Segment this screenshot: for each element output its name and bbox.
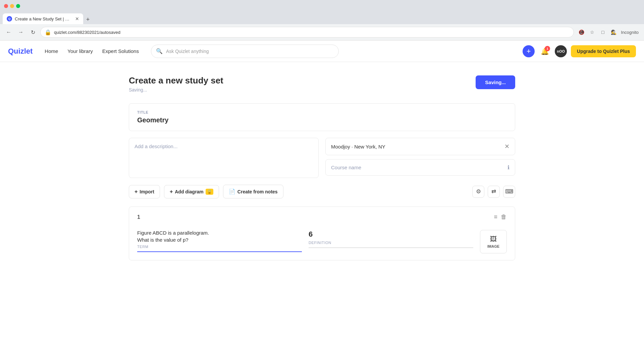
- import-button[interactable]: + Import: [129, 185, 160, 198]
- header-actions: + 🔔 1 nOO Upgrade to Quizlet Plus: [523, 45, 636, 57]
- keyboard-icon: ⌨: [505, 188, 514, 195]
- address-bar[interactable]: 🔒 quizlet.com/882302021/autosaved: [40, 27, 574, 38]
- incognito-label: Incognito: [620, 27, 640, 37]
- window-maximize-btn[interactable]: [16, 4, 20, 8]
- delete-card-icon[interactable]: 🗑: [501, 214, 507, 221]
- search-bar[interactable]: 🔍 Ask Quizlet anything: [151, 45, 339, 58]
- keyboard-icon-btn[interactable]: ⌨: [503, 186, 515, 198]
- page-title-section: Create a new study set Saving...: [129, 75, 223, 93]
- nav-home[interactable]: Home: [41, 46, 62, 57]
- import-icon: +: [135, 189, 138, 195]
- card-header: 1 ≡ 🗑: [137, 214, 507, 225]
- right-fields: Moodjoy · New York, NY ✕ Course name ℹ: [325, 138, 515, 178]
- description-placeholder: Add a description...: [135, 143, 177, 149]
- add-diagram-button[interactable]: + Add diagram 🔒: [164, 185, 219, 198]
- school-field[interactable]: Moodjoy · New York, NY ✕: [325, 138, 515, 155]
- tab-favicon: Q: [7, 16, 12, 21]
- upgrade-button[interactable]: Upgrade to Quizlet Plus: [571, 45, 636, 57]
- school-clear-btn[interactable]: ✕: [504, 143, 509, 150]
- card-number: 1: [137, 214, 140, 220]
- swap-icon-btn[interactable]: ⇄: [488, 186, 500, 198]
- tab-close-btn[interactable]: ✕: [75, 16, 79, 21]
- forward-btn[interactable]: →: [16, 27, 25, 37]
- window-controls: [4, 4, 20, 8]
- import-label: Import: [140, 189, 154, 194]
- add-diagram-label: Add diagram: [175, 189, 204, 194]
- browser-chrome: Q Create a New Study Set | Quizl... ✕ + …: [0, 0, 644, 41]
- description-field[interactable]: Add a description...: [129, 138, 319, 178]
- create-from-notes-button[interactable]: 📄 Create from notes: [223, 185, 283, 198]
- refresh-btn[interactable]: ↻: [28, 27, 38, 37]
- page-title: Create a new study set: [129, 75, 223, 86]
- url-text: quizlet.com/882302021/autosaved: [54, 30, 570, 35]
- quizlet-logo[interactable]: Quizlet: [8, 47, 33, 56]
- study-card-1: 1 ≡ 🗑 Figure ABCD is a parallelogram. Wh…: [129, 206, 515, 260]
- search-placeholder: Ask Quizlet anything: [166, 49, 334, 54]
- main-content: Create a new study set Saving... Saving.…: [121, 62, 523, 274]
- tab-bar: Q Create a New Study Set | Quizl... ✕ +: [0, 12, 644, 24]
- title-field[interactable]: Title Geometry: [129, 103, 515, 131]
- tab-title: Create a New Study Set | Quizl...: [15, 16, 72, 21]
- search-icon: 🔍: [156, 48, 163, 54]
- term-label: TERM: [137, 245, 302, 249]
- definition-label: DEFINITION: [309, 241, 473, 245]
- device-btn[interactable]: □: [598, 27, 607, 37]
- diagram-icon: +: [170, 189, 173, 195]
- browser-toolbar-icons: 📵 ☆ □ 🕵 Incognito: [577, 27, 640, 37]
- image-label: IMAGE: [487, 244, 499, 248]
- nav-expert-solutions[interactable]: Expert Solutions: [98, 46, 143, 57]
- card-toolbar: + Import + Add diagram 🔒 📄 Create from n…: [129, 185, 515, 198]
- new-tab-btn[interactable]: +: [83, 15, 93, 24]
- card-body: Figure ABCD is a parallelogram. What is …: [137, 230, 507, 253]
- address-lock-icon: 🔒: [45, 29, 51, 36]
- title-value[interactable]: Geometry: [137, 116, 507, 124]
- form-row: Add a description... Moodjoy · New York,…: [129, 138, 515, 178]
- settings-icon-btn[interactable]: ⚙: [472, 186, 484, 198]
- swap-icon: ⇄: [491, 188, 496, 195]
- saving-status: Saving...: [129, 87, 223, 93]
- image-button[interactable]: 🖼 IMAGE: [480, 230, 507, 253]
- add-button[interactable]: +: [523, 45, 535, 57]
- image-icon: 🖼: [490, 235, 497, 243]
- save-button[interactable]: Saving...: [476, 75, 515, 89]
- card-actions: ≡ 🗑: [494, 214, 507, 221]
- course-placeholder: Course name: [331, 165, 507, 170]
- definition-value[interactable]: 6: [309, 230, 473, 239]
- settings-icon: ⚙: [476, 188, 481, 195]
- term-field[interactable]: Figure ABCD is a parallelogram. What is …: [137, 230, 302, 252]
- bookmark-btn[interactable]: ☆: [587, 27, 597, 37]
- term-line2[interactable]: What is the value of p?: [137, 237, 302, 243]
- nav-your-library[interactable]: Your library: [63, 46, 97, 57]
- window-minimize-btn[interactable]: [10, 4, 14, 8]
- screenshare-btn[interactable]: 📵: [577, 27, 586, 37]
- notes-icon: 📄: [229, 188, 235, 195]
- browser-titlebar: [0, 0, 644, 12]
- nav-links: Home Your library Expert Solutions: [41, 46, 143, 57]
- notification-badge: 1: [545, 46, 550, 51]
- definition-field[interactable]: 6 DEFINITION: [309, 230, 473, 248]
- page-header: Create a new study set Saving... Saving.…: [129, 75, 515, 93]
- course-field[interactable]: Course name ℹ: [325, 159, 515, 176]
- notification-button[interactable]: 🔔 1: [539, 45, 551, 57]
- create-from-notes-label: Create from notes: [237, 189, 278, 194]
- active-tab[interactable]: Q Create a New Study Set | Quizl... ✕: [3, 13, 83, 24]
- avatar[interactable]: nOO: [555, 45, 567, 57]
- back-btn[interactable]: ←: [4, 27, 13, 37]
- window-close-btn[interactable]: [4, 4, 8, 8]
- avatar-text: nOO: [557, 49, 565, 53]
- term-line1[interactable]: Figure ABCD is a parallelogram.: [137, 230, 302, 236]
- drag-handle-icon[interactable]: ≡: [494, 214, 497, 221]
- browser-toolbar: ← → ↻ 🔒 quizlet.com/882302021/autosaved …: [0, 24, 644, 40]
- toolbar-right: ⚙ ⇄ ⌨: [472, 186, 515, 198]
- title-label: Title: [137, 110, 507, 114]
- course-info-icon[interactable]: ℹ: [507, 164, 509, 171]
- app-header: Quizlet Home Your library Expert Solutio…: [0, 41, 644, 62]
- school-name: Moodjoy · New York, NY: [331, 144, 385, 149]
- incognito-btn[interactable]: 🕵: [609, 27, 618, 37]
- lock-badge: 🔒: [206, 189, 213, 195]
